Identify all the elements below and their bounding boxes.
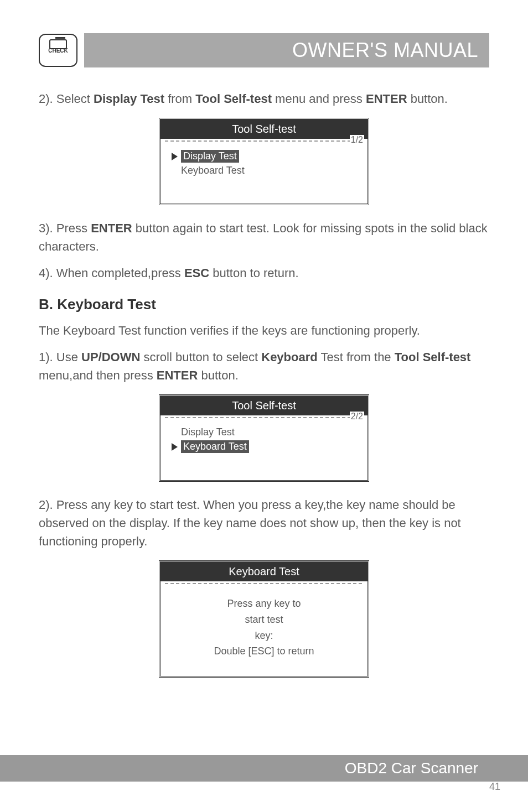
selection-triangle-icon [172, 443, 178, 451]
icon-label: CHECK [48, 48, 68, 54]
page-number: 41 [489, 781, 500, 793]
section-b-intro: The Keyboard Test function verifies if t… [39, 321, 489, 340]
section-c-step2: 2). Press any key to start test. When yo… [39, 496, 489, 550]
step-3-text: 3). Press ENTER button again to start te… [39, 219, 489, 256]
screen-title: Keyboard Test [161, 562, 367, 581]
kt-line1: Press any key to [172, 596, 356, 612]
screen-tool-selftest-1: Tool Self-test 1/2 Display Test Keyboard… [159, 118, 369, 205]
check-engine-icon: CHECK [39, 34, 77, 67]
screen-tool-selftest-2: Tool Self-test 2/2 Display Test Keyboard… [159, 394, 369, 482]
screen-divider: 1/2 [165, 140, 363, 142]
kt-line2: start test [172, 612, 356, 628]
menu-item-display-test: Display Test [172, 150, 356, 163]
footer-bar: OBD2 Car Scanner [0, 755, 528, 782]
section-b-heading: B. Keyboard Test [39, 296, 489, 313]
kt-line3: key: [172, 628, 356, 644]
footer-text: OBD2 Car Scanner [345, 759, 478, 777]
header-title: OWNER'S MANUAL [84, 33, 489, 67]
page-indicator: 1/2 [350, 135, 364, 145]
menu-item-display-test: Display Test [172, 426, 356, 438]
step-2-text: 2). Select Display Test from Tool Self-t… [39, 90, 489, 108]
menu-item-keyboard-test: Keyboard Test [172, 440, 356, 453]
page-indicator: 2/2 [350, 412, 364, 421]
screen-divider: 2/2 [165, 417, 363, 418]
selection-triangle-icon [172, 153, 178, 160]
screen-title: Tool Self-test [161, 396, 367, 415]
screen-title: Tool Self-test [161, 119, 367, 139]
screen-divider [165, 583, 363, 584]
screen-keyboard-test: Keyboard Test Press any key to start tes… [159, 560, 369, 678]
kt-line4: Double [ESC] to return [172, 643, 356, 659]
page-header: CHECK OWNER'S MANUAL [39, 33, 489, 67]
menu-item-keyboard-test: Keyboard Test [172, 165, 356, 176]
section-b-step1: 1). Use UP/DOWN scroll button to select … [39, 348, 489, 384]
step-4-text: 4). When completed,press ESC button to r… [39, 264, 489, 282]
